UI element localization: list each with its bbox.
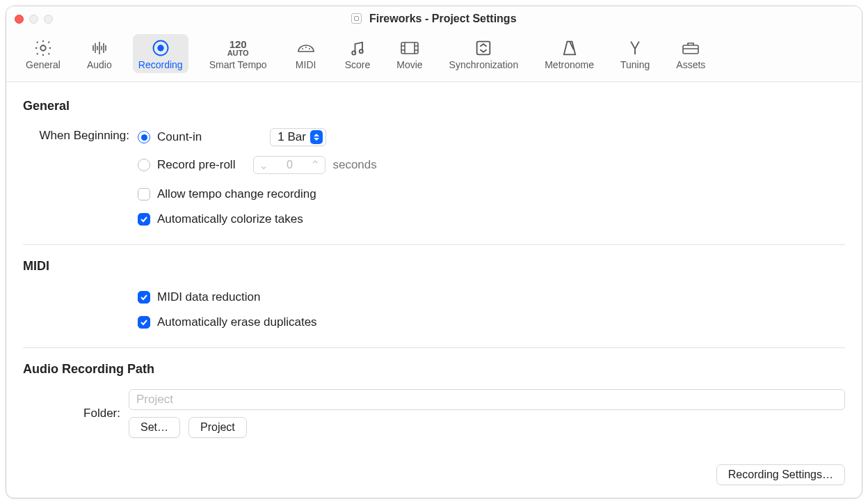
tab-label: Score	[345, 59, 371, 70]
svg-point-4	[305, 47, 307, 48]
titlebar: Fireworks - Project Settings	[6, 6, 862, 31]
count-in-value: 1 Bar	[278, 130, 306, 144]
tab-audio[interactable]: Audio	[81, 34, 118, 73]
tuning-fork-icon	[622, 38, 648, 58]
svg-rect-10	[683, 45, 698, 54]
tab-label: Tuning	[620, 59, 650, 70]
film-icon	[397, 38, 422, 58]
svg-point-2	[157, 45, 163, 51]
tab-label: Recording	[138, 59, 183, 70]
folder-label: Folder:	[23, 407, 129, 420]
tab-general[interactable]: General	[20, 34, 66, 73]
svg-rect-8	[401, 42, 418, 54]
window-title-text: Fireworks - Project Settings	[369, 13, 517, 24]
record-icon	[148, 38, 173, 58]
app-icon	[351, 13, 362, 24]
svg-point-5	[309, 48, 310, 49]
divider	[23, 347, 845, 348]
midi-port-icon	[294, 38, 319, 58]
folder-placeholder: Project	[136, 393, 173, 407]
tab-label: MIDI	[296, 59, 316, 70]
project-button[interactable]: Project	[188, 417, 247, 438]
tab-label: Smart Tempo	[209, 59, 267, 70]
checkbox-erase-duplicates[interactable]	[138, 316, 150, 329]
tab-midi[interactable]: MIDI	[288, 34, 324, 73]
tab-label: Assets	[676, 59, 705, 70]
svg-point-7	[360, 49, 363, 53]
radio-count-in[interactable]	[138, 131, 150, 143]
section-midi-title: MIDI	[23, 259, 845, 274]
chevron-down-icon[interactable]: ⌄	[254, 158, 273, 173]
divider	[23, 244, 845, 245]
radio-pre-roll[interactable]	[138, 159, 150, 171]
sync-icon	[471, 38, 496, 58]
checkbox-midi-data-reduction[interactable]	[138, 291, 150, 304]
tab-label: Movie	[396, 59, 422, 70]
smart-tempo-icon: 120AUTO	[225, 38, 250, 58]
svg-point-6	[352, 51, 355, 54]
tab-metronome[interactable]: Metronome	[539, 34, 600, 73]
tab-label: Metronome	[545, 59, 594, 70]
tab-score[interactable]: Score	[339, 34, 376, 73]
erase-duplicates-label: Automatically erase duplicates	[157, 315, 317, 329]
pre-roll-stepper[interactable]: ⌄ 0 ⌃	[253, 156, 326, 174]
set-button[interactable]: Set…	[129, 417, 180, 438]
folder-field[interactable]: Project	[129, 389, 845, 410]
gear-icon	[31, 38, 56, 58]
tab-tuning[interactable]: Tuning	[615, 34, 655, 73]
settings-window: Fireworks - Project Settings General Aud…	[6, 6, 862, 498]
metronome-icon	[557, 38, 582, 58]
allow-tempo-label: Allow tempo change recording	[157, 187, 316, 201]
count-in-select[interactable]: 1 Bar	[270, 128, 326, 146]
tab-smart-tempo[interactable]: 120AUTO Smart Tempo	[204, 34, 273, 73]
briefcase-icon	[678, 38, 703, 58]
section-audio-path-title: Audio Recording Path	[23, 362, 845, 377]
music-notes-icon	[345, 38, 370, 58]
tab-label: Synchronization	[449, 59, 519, 70]
chevron-up-icon[interactable]: ⌃	[305, 158, 325, 173]
seconds-label: seconds	[332, 158, 376, 172]
tab-assets[interactable]: Assets	[670, 34, 711, 73]
pre-roll-label: Record pre-roll	[157, 158, 235, 172]
tab-label: General	[26, 59, 61, 70]
count-in-label: Count-in	[157, 130, 202, 144]
tab-label: Audio	[87, 59, 112, 70]
tab-movie[interactable]: Movie	[391, 34, 428, 73]
when-beginning-label: When Beginning:	[23, 126, 138, 143]
tab-synchronization[interactable]: Synchronization	[444, 34, 524, 73]
tab-recording[interactable]: Recording	[133, 34, 188, 73]
svg-point-0	[40, 45, 45, 50]
svg-point-3	[302, 48, 303, 49]
toolbar: General Audio Recording 120AUTO Smart Te…	[6, 31, 862, 82]
chevron-updown-icon	[310, 130, 323, 144]
section-general-title: General	[23, 99, 845, 113]
content-area: General When Beginning: Count-in 1 Bar R…	[6, 82, 862, 498]
midi-data-reduction-label: MIDI data reduction	[157, 290, 260, 304]
checkbox-auto-colorize[interactable]	[138, 213, 150, 226]
recording-settings-button[interactable]: Recording Settings…	[716, 464, 845, 485]
checkbox-allow-tempo-change[interactable]	[138, 188, 150, 200]
window-title: Fireworks - Project Settings	[6, 13, 862, 25]
waveform-icon	[87, 38, 112, 58]
pre-roll-value: 0	[273, 159, 305, 171]
auto-colorize-label: Automatically colorize takes	[157, 212, 303, 226]
